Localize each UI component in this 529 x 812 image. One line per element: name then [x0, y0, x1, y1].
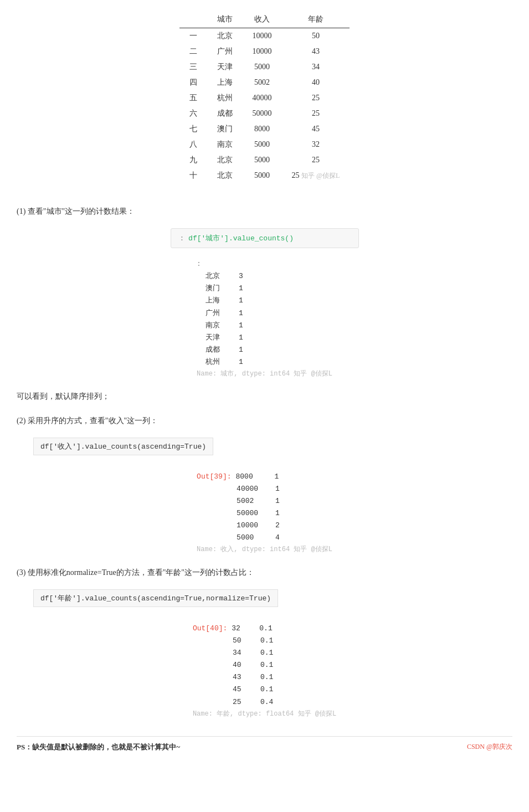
- table-cell-income: 5000: [243, 152, 282, 168]
- table-header-idx: [179, 11, 207, 28]
- table-row: 十 北京 5000 25 知乎 @侦探L: [179, 168, 350, 183]
- table-cell-income: 40000: [243, 90, 282, 106]
- section3-output: Out[40]:320.1500.1340.1400.1430.1450.125…: [193, 623, 336, 720]
- table-cell-age: 32: [282, 137, 350, 152]
- table-cell-city: 成都: [207, 106, 243, 121]
- table-cell-idx: 十: [179, 168, 207, 183]
- table-cell-age: 25: [282, 152, 350, 168]
- table-cell-income: 50000: [243, 106, 282, 121]
- section1-code-block: : df['城市'].value_counts(): [171, 228, 359, 248]
- section2-label: (2) 采用升序的方式，查看"收入"这一列：: [17, 414, 512, 428]
- table-cell-income: 8000: [243, 121, 282, 137]
- table-cell-age: 45: [282, 121, 350, 137]
- table-cell-idx: 一: [179, 28, 207, 44]
- table-row: 三 天津 5000 34: [179, 59, 350, 75]
- table-cell-city: 上海: [207, 75, 243, 90]
- table-cell-income: 10000: [243, 28, 282, 44]
- table-cell-income: 5000: [243, 59, 282, 75]
- ps-bar: PS：缺失值是默认被删除的，也就是不被计算其中~ CSDN @郭庆次: [17, 736, 512, 752]
- ps-brand: CSDN @郭庆次: [467, 742, 512, 752]
- table-header-income: 收入: [243, 11, 282, 28]
- table-header-city: 城市: [207, 11, 243, 28]
- table-cell-idx: 五: [179, 90, 207, 106]
- section1-output: : 北京3澳门1上海1广州1南京1天津1成都1杭州1 Name: 城市, dty…: [197, 258, 332, 379]
- section2-output: Out[39]:80001400001500215000011000025000…: [197, 471, 332, 556]
- section3-footer: Name: 年龄, dtype: float64 知乎 @侦探L: [193, 708, 336, 720]
- table-cell-idx: 四: [179, 75, 207, 90]
- table-cell-income: 10000: [243, 44, 282, 59]
- section2-code: df['收入'].value_counts(ascending=True): [33, 438, 213, 455]
- table-row: 四 上海 5002 40: [179, 75, 350, 90]
- table-cell-age: 25 知乎 @侦探L: [282, 168, 350, 183]
- table-row: 七 澳门 8000 45: [179, 121, 350, 137]
- table-header-age: 年龄: [282, 11, 350, 28]
- table-cell-idx: 三: [179, 59, 207, 75]
- table-cell-idx: 二: [179, 44, 207, 59]
- table-cell-city: 北京: [207, 168, 243, 183]
- table-cell-income: 5000: [243, 137, 282, 152]
- main-data-table: 城市 收入 年龄 一 北京 10000 50 二 广州 10000 43 三 天…: [179, 11, 350, 183]
- table-cell-income: 5000: [243, 168, 282, 183]
- section2-footer: Name: 收入, dtype: int64 知乎 @侦探L: [197, 544, 332, 555]
- table-cell-age: 40: [282, 75, 350, 90]
- table-cell-city: 广州: [207, 44, 243, 59]
- table-cell-city: 北京: [207, 28, 243, 44]
- table-cell-idx: 六: [179, 106, 207, 121]
- table-cell-city: 杭州: [207, 90, 243, 106]
- table-cell-age: 50: [282, 28, 350, 44]
- table-cell-idx: 九: [179, 152, 207, 168]
- table-cell-city: 天津: [207, 59, 243, 75]
- table-cell-city: 澳门: [207, 121, 243, 137]
- table-row: 二 广州 10000 43: [179, 44, 350, 59]
- section1-label: (1) 查看"城市"这一列的计数结果：: [17, 204, 512, 218]
- table-cell-city: 南京: [207, 137, 243, 152]
- ps-text: PS：缺失值是默认被删除的，也就是不被计算其中~: [17, 742, 180, 752]
- table-cell-age: 25: [282, 90, 350, 106]
- section3-code: df['年龄'].value_counts(ascending=True,nor…: [33, 589, 278, 607]
- table-row: 九 北京 5000 25: [179, 152, 350, 168]
- table-cell-age: 34: [282, 59, 350, 75]
- section1-code: df['城市'].value_counts(): [188, 234, 294, 243]
- section1-footer: Name: 城市, dtype: int64 知乎 @侦探L: [197, 368, 332, 379]
- table-row: 六 成都 50000 25: [179, 106, 350, 121]
- section3-label: (3) 使用标准化normalize=True的方法，查看"年龄"这一列的计数占…: [17, 566, 512, 579]
- table-row: 一 北京 10000 50: [179, 28, 350, 44]
- table-cell-age: 25: [282, 106, 350, 121]
- table-cell-idx: 八: [179, 137, 207, 152]
- table-cell-city: 北京: [207, 152, 243, 168]
- table-row: 八 南京 5000 32: [179, 137, 350, 152]
- table-cell-idx: 七: [179, 121, 207, 137]
- table-row: 五 杭州 40000 25: [179, 90, 350, 106]
- table-cell-age: 43: [282, 44, 350, 59]
- note1: 可以看到，默认降序排列；: [17, 389, 512, 403]
- table-cell-income: 5002: [243, 75, 282, 90]
